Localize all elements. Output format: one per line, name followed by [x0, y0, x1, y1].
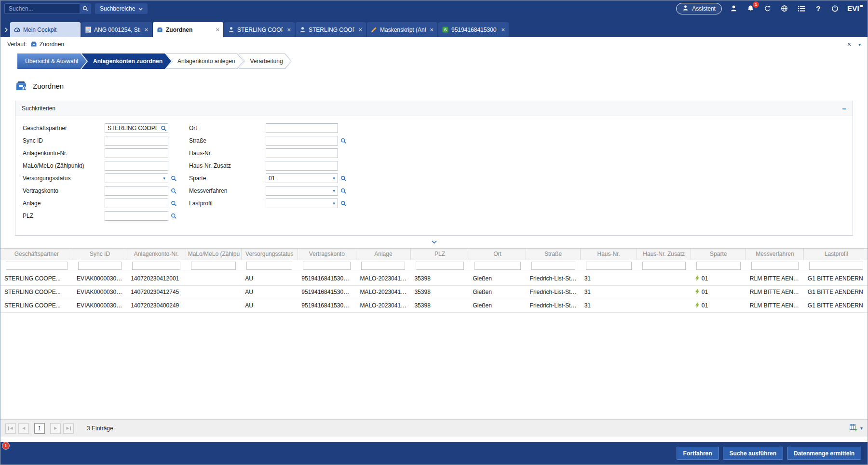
first-page-button[interactable]: ◀: [5, 423, 16, 434]
lookup-icon[interactable]: [171, 213, 177, 219]
export-button[interactable]: ▾: [850, 424, 863, 432]
sparte-input[interactable]: [266, 174, 330, 183]
lookup-icon[interactable]: [171, 200, 177, 207]
close-icon[interactable]: ×: [847, 40, 851, 48]
lookup-icon[interactable]: [159, 125, 168, 132]
last-page-button[interactable]: ▶: [63, 423, 74, 434]
column-filter-input[interactable]: [586, 262, 632, 270]
column-header[interactable]: Sparte: [691, 249, 746, 260]
next-page-button[interactable]: ▶: [50, 423, 61, 434]
column-header[interactable]: Vertragskonto: [298, 249, 356, 260]
column-filter-input[interactable]: [696, 262, 741, 270]
tab-sterling-cooper-1[interactable]: STERLING COOPER G...×: [224, 22, 295, 37]
dropdown-arrow-icon[interactable]: ▾: [330, 186, 338, 195]
tab-ang-0001254[interactable]: ANG 0001254, Stroml...×: [81, 22, 152, 37]
column-filter-input[interactable]: [642, 262, 686, 270]
history-item[interactable]: Zuordnen: [30, 40, 64, 49]
assistant-button[interactable]: Assistent: [676, 3, 722, 14]
column-filter-input[interactable]: [132, 262, 180, 270]
tab-sterling-cooper-2[interactable]: STERLING COOPER G...×: [296, 22, 366, 37]
dropdown-arrow-icon[interactable]: ▾: [330, 199, 338, 208]
column-header[interactable]: Versorgungsstatus: [241, 249, 298, 260]
anlagenkonto-nr-input[interactable]: [105, 149, 168, 158]
column-header[interactable]: MaLo/MeLo (Zählpu: [186, 249, 241, 260]
list-icon[interactable]: [797, 4, 806, 13]
tab-scroll-left-icon[interactable]: [2, 23, 10, 37]
close-icon[interactable]: ×: [429, 26, 434, 33]
tab-mein-cockpit[interactable]: Mein Cockpit: [10, 22, 81, 37]
close-icon[interactable]: ×: [215, 26, 220, 33]
column-filter-input[interactable]: [303, 262, 351, 270]
table-row[interactable]: STERLING COOPE...EVIAK000003069114072023…: [0, 299, 868, 312]
search-areas-button[interactable]: Suchbereiche: [95, 3, 148, 14]
column-header[interactable]: Lastprofil: [804, 249, 868, 260]
collapse-criteria-chevron[interactable]: [0, 236, 868, 248]
globe-icon[interactable]: [780, 4, 789, 13]
table-row[interactable]: STERLING COOPE...EVIAK000003068914072023…: [0, 272, 868, 285]
determine-dataset-button[interactable]: Datenmenge ermitteln: [787, 447, 861, 460]
continue-button[interactable]: Fortfahren: [677, 447, 719, 460]
tab-vertragskonto-951941[interactable]: S951941684153000451,...×: [438, 22, 509, 37]
tab-maskenskript[interactable]: Maskenskript (Anlag...×: [367, 22, 437, 37]
column-header[interactable]: Straße: [526, 249, 581, 260]
column-filter-input[interactable]: [361, 262, 405, 270]
gesch-ftspartner-input[interactable]: [105, 124, 159, 133]
haus-nr-zusatz-input[interactable]: [266, 161, 338, 170]
lookup-icon[interactable]: [171, 188, 177, 194]
malo-melo-z-hlpunkt-input[interactable]: [105, 161, 168, 170]
run-search-button[interactable]: Suche ausführen: [723, 447, 783, 460]
column-header[interactable]: Sync ID: [73, 249, 127, 260]
column-filter-input[interactable]: [531, 262, 575, 270]
stra-e-input[interactable]: [266, 136, 338, 145]
column-filter-input[interactable]: [6, 262, 68, 270]
notifications-icon[interactable]: 1: [746, 4, 756, 13]
column-filter-input[interactable]: [475, 262, 521, 270]
column-header[interactable]: PLZ: [410, 249, 469, 260]
lookup-icon[interactable]: [340, 175, 347, 182]
close-icon[interactable]: ×: [500, 26, 506, 33]
vertragskonto-input[interactable]: [105, 186, 168, 195]
power-icon[interactable]: [830, 4, 840, 13]
lookup-icon[interactable]: [340, 200, 347, 207]
user-icon[interactable]: [729, 4, 739, 13]
close-icon[interactable]: ×: [143, 26, 149, 33]
collapse-panel-button[interactable]: −: [842, 105, 846, 112]
column-filter-input[interactable]: [751, 262, 799, 270]
help-icon[interactable]: ?: [814, 4, 823, 13]
wizard-step-verarbeitung[interactable]: Verarbeitung: [239, 53, 292, 69]
redo-icon[interactable]: [763, 4, 773, 13]
notification-corner-badge[interactable]: 1: [2, 442, 9, 449]
column-filter-input[interactable]: [246, 262, 292, 270]
column-header[interactable]: Messverfahren: [746, 249, 804, 260]
column-filter-input[interactable]: [416, 262, 463, 270]
column-filter-input[interactable]: [809, 262, 863, 270]
dropdown-arrow-icon[interactable]: ▾: [330, 174, 338, 183]
table-row[interactable]: STERLING COOPE...EVIAK000003069014072023…: [0, 285, 868, 299]
column-header[interactable]: Haus-Nr. Zusatz: [637, 249, 691, 260]
close-icon[interactable]: ×: [286, 26, 292, 33]
messverfahren-input[interactable]: [266, 186, 330, 195]
prev-page-button[interactable]: ◀: [18, 423, 29, 434]
lookup-icon[interactable]: [340, 138, 347, 144]
column-filter-input[interactable]: [78, 262, 122, 270]
wizard-step-anlagenkonto-anlegen[interactable]: Anlagenkonto anlegen: [166, 53, 244, 69]
search-icon[interactable]: [80, 3, 91, 14]
wizard-step-anlagenkonten-zuordnen[interactable]: Anlagenkonten zuordnen: [81, 53, 171, 69]
ort-input[interactable]: [266, 124, 338, 133]
column-filter-input[interactable]: [191, 262, 236, 270]
sync-id-input[interactable]: [105, 136, 168, 145]
tab-zuordnen[interactable]: Zuordnen×: [153, 22, 223, 37]
column-header[interactable]: Anlage: [356, 249, 410, 260]
current-page-button[interactable]: 1: [34, 423, 45, 434]
lookup-icon[interactable]: [171, 175, 177, 182]
wizard-step-uebersicht-auswahl[interactable]: Übersicht & Auswahl: [17, 53, 87, 69]
global-search-input[interactable]: [4, 3, 91, 14]
anlage-input[interactable]: [105, 199, 168, 208]
chevron-down-icon[interactable]: ▾: [858, 42, 861, 47]
lastprofil-input[interactable]: [266, 199, 330, 208]
plz-input[interactable]: [105, 212, 168, 220]
haus-nr-input[interactable]: [266, 149, 338, 158]
column-header[interactable]: Haus-Nr.: [581, 249, 637, 260]
close-icon[interactable]: ×: [357, 26, 363, 33]
dropdown-arrow-icon[interactable]: ▾: [161, 174, 168, 183]
